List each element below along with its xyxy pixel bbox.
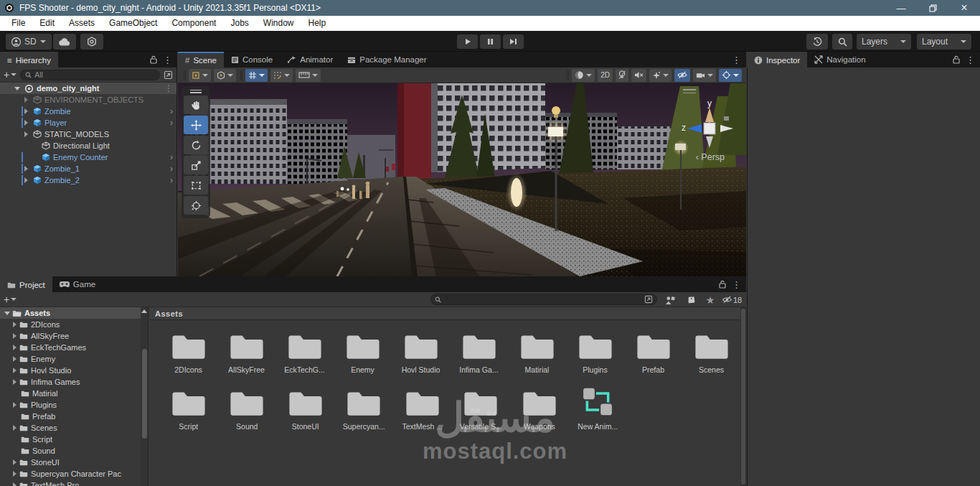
breadcrumb[interactable]: Assets	[149, 307, 740, 320]
tab-navigation[interactable]: Navigation	[807, 52, 872, 67]
menu-component[interactable]: Component	[164, 16, 223, 31]
tab-console[interactable]: Console	[224, 52, 280, 67]
tree-item-assets[interactable]: Assets	[0, 307, 148, 319]
asset-folder-item[interactable]: Script	[159, 387, 218, 431]
orientation-gizmo[interactable]: y z	[679, 96, 740, 158]
asset-folder-item[interactable]: Scenes	[682, 330, 740, 374]
asset-folder-item[interactable]: EckTechG...	[275, 330, 334, 374]
search-by-type-button[interactable]	[663, 294, 679, 306]
foldout-icon[interactable]	[24, 177, 28, 183]
hand-tool-button[interactable]	[184, 95, 208, 114]
scene-menu-icon[interactable]: ⋮	[732, 55, 741, 65]
tab-hierarchy[interactable]: ≡ Hierarchy	[0, 52, 58, 67]
asset-folder-item[interactable]: Infima Ga...	[450, 330, 508, 374]
tree-item[interactable]: StoneUI	[0, 457, 148, 468]
tab-package-manager[interactable]: Package Manager	[340, 52, 433, 67]
tab-project[interactable]: Project	[0, 276, 52, 292]
camera-settings-dropdown[interactable]	[693, 69, 716, 82]
undo-history-button[interactable]	[806, 34, 828, 50]
favorites-button[interactable]: ★	[702, 294, 718, 306]
project-menu-icon[interactable]: ⋮	[732, 279, 741, 290]
gizmos-dropdown[interactable]	[719, 69, 742, 82]
asset-folder-item[interactable]: Supercyan...	[335, 387, 394, 431]
search-by-label-button[interactable]	[683, 294, 699, 306]
asset-folder-item[interactable]: Enemy	[334, 330, 392, 374]
rect-tool-button[interactable]	[184, 176, 208, 195]
asset-folder-item[interactable]: StoneUI	[276, 387, 335, 431]
pause-button[interactable]	[480, 34, 501, 49]
services-button[interactable]	[80, 34, 103, 50]
hierarchy-search-input[interactable]: All	[20, 70, 160, 80]
hierarchy-row[interactable]: STATIC_MODELS	[0, 128, 176, 140]
prefab-chevron-icon[interactable]: ›	[170, 107, 173, 116]
asset-animator-item[interactable]: New Anim...	[569, 387, 628, 431]
hierarchy-row[interactable]: Zombie_1 ›	[0, 163, 176, 174]
search-button[interactable]	[832, 34, 852, 50]
prefab-chevron-icon[interactable]: ›	[170, 153, 173, 162]
tree-item[interactable]: EckTechGames	[0, 342, 148, 353]
snap-increment-dropdown[interactable]	[270, 69, 293, 82]
hierarchy-row[interactable]: Player ›	[0, 117, 176, 128]
scene-root-row[interactable]: demo_city_night ⋮	[0, 83, 176, 94]
asset-folder-item[interactable]: Matirial	[508, 330, 566, 374]
menu-help[interactable]: Help	[301, 16, 334, 31]
tab-animator[interactable]: Animator	[280, 52, 340, 67]
hidden-packages-toggle[interactable]: 18	[719, 294, 745, 306]
asset-folder-item[interactable]: Versatile S...	[452, 387, 511, 431]
lock-icon[interactable]	[953, 55, 960, 64]
tree-item[interactable]: Scenes	[0, 422, 148, 434]
menu-edit[interactable]: Edit	[32, 16, 62, 31]
tree-item[interactable]: AllSkyFree	[0, 330, 148, 342]
asset-folder-item[interactable]: Hovl Studio	[392, 330, 450, 374]
cloud-button[interactable]	[53, 34, 76, 50]
tab-scene[interactable]: # Scene	[178, 52, 224, 67]
tool-handle-rotation-dropdown[interactable]	[214, 69, 236, 82]
create-button[interactable]: +	[4, 295, 17, 304]
step-button[interactable]	[503, 34, 524, 49]
asset-folder-item[interactable]: 2DIcons	[159, 330, 217, 374]
menu-jobs[interactable]: Jobs	[223, 16, 255, 31]
prefab-chevron-icon[interactable]: ›	[170, 118, 173, 127]
foldout-icon[interactable]	[24, 166, 28, 172]
tree-item[interactable]: Infima Games	[0, 376, 148, 388]
menu-assets[interactable]: Assets	[62, 16, 102, 31]
asset-folder-item[interactable]: Prefab	[624, 330, 682, 374]
tree-item[interactable]: Hovl Studio	[0, 365, 148, 376]
tab-inspector[interactable]: Inspector	[747, 52, 807, 67]
orientation-overlay-handle[interactable]	[683, 89, 696, 95]
scale-tool-button[interactable]	[184, 156, 208, 174]
move-tool-button[interactable]	[184, 116, 208, 134]
asset-folder-item[interactable]: TextMesh ...	[393, 387, 452, 431]
hierarchy-row[interactable]: ENVIRONMENT_OBJECTS	[0, 94, 176, 106]
close-button[interactable]: ×	[948, 0, 980, 16]
project-search-input[interactable]	[444, 295, 641, 304]
foldout-icon[interactable]	[24, 97, 28, 103]
grid-scrollbar[interactable]	[740, 307, 746, 486]
lock-icon[interactable]	[719, 280, 726, 289]
hierarchy-row[interactable]: Zombie_2 ›	[0, 174, 176, 186]
menu-window[interactable]: Window	[256, 16, 301, 31]
hierarchy-row[interactable]: Enemy Counter ›	[0, 151, 176, 163]
effects-dropdown[interactable]	[649, 69, 672, 82]
tree-item[interactable]: Sound	[0, 445, 148, 457]
prefab-chevron-icon[interactable]: ›	[170, 164, 173, 173]
menu-file[interactable]: File	[4, 16, 32, 31]
minimize-button[interactable]: —	[885, 0, 917, 16]
asset-folder-item[interactable]: Plugins	[566, 330, 624, 374]
tree-item[interactable]: Enemy	[0, 353, 148, 365]
tree-scrollbar[interactable]	[141, 307, 148, 486]
menu-gameobject[interactable]: GameObject	[102, 16, 164, 31]
foldout-icon[interactable]	[24, 120, 28, 126]
pick-window-icon[interactable]	[164, 70, 173, 80]
tree-item[interactable]: TextMesh Pro	[0, 480, 148, 486]
inspector-menu-icon[interactable]: ⋮	[966, 55, 975, 65]
tool-handle-position-dropdown[interactable]	[189, 69, 211, 82]
tree-item[interactable]: Supercyan Character Pac	[0, 468, 148, 480]
foldout-open-icon[interactable]	[14, 87, 20, 90]
create-button[interactable]: +	[4, 70, 17, 79]
asset-folder-item[interactable]: Sound	[218, 387, 277, 431]
transform-tool-button[interactable]	[184, 196, 208, 215]
foldout-icon[interactable]	[24, 108, 28, 114]
lighting-toggle[interactable]	[616, 69, 628, 82]
layout-dropdown[interactable]: Layout	[917, 34, 971, 50]
